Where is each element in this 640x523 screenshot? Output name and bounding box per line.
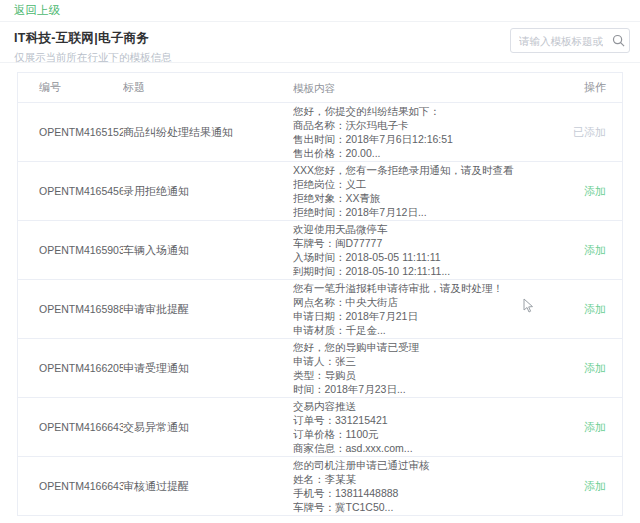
content-line: 申请人：张三 (293, 354, 560, 368)
content-line: 商品名称：沃尔玛电子卡 (293, 118, 560, 132)
template-content: 交易内容推送订单号：331215421订单价格：1100元商家信息：asd.xx… (293, 399, 560, 455)
template-title: 录用拒绝通知 (123, 184, 293, 199)
template-content: 您有一笔升溢报耗申请待审批，请及时处理！网点名称：中央大街店申请日期：2018年… (293, 281, 560, 337)
top-bar: 返回上级 (0, 0, 640, 22)
added-label: 已添加 (573, 126, 606, 138)
header-content: 模板内容 (293, 81, 560, 95)
content-line: 拒绝时间：2018年7月12日... (293, 205, 560, 219)
content-line: 拒绝岗位：义工 (293, 177, 560, 191)
content-line: 手机号：13811448888 (293, 486, 560, 500)
content-line: 类型：导购员 (293, 368, 560, 382)
content-line: 车牌号：冀TC1C50... (293, 500, 560, 514)
content-line: 拒绝对象：XX青旅 (293, 191, 560, 205)
template-content: 欢迎使用天晶微停车车牌号：闽D77777入场时间：2018-05-05 11:1… (293, 222, 560, 278)
table-row: OPENTM416620550 申请受理通知 您好，您的导购申请已受理申请人：张… (18, 339, 622, 398)
table-row: OPENTM416664300 交易异常通知 交易内容推送订单号：3312154… (18, 398, 622, 457)
template-id: OPENTM416590300 (18, 244, 123, 256)
templates-table: 编号 标题 模板内容 操作 OPENTM416515250 商品纠纷处理结果通知… (17, 72, 623, 516)
content-line: 交易内容推送 (293, 399, 560, 413)
action-cell: 添加 (560, 302, 622, 317)
content-line: 售出价格：20.00... (293, 146, 560, 160)
template-content: XXX您好，您有一条拒绝录用通知，请及时查看拒绝岗位：义工拒绝对象：XX青旅拒绝… (293, 163, 560, 219)
template-id: OPENTM416620550 (18, 362, 123, 374)
template-content: 您好，你提交的纠纷结果如下：商品名称：沃尔玛电子卡售出时间：2018年7月6日1… (293, 104, 560, 160)
template-title: 车辆入场通知 (123, 243, 293, 258)
search-box (510, 28, 630, 53)
template-title: 审核通过提醒 (123, 479, 293, 494)
template-id: OPENTM416545600 (18, 185, 123, 197)
template-title: 申请审批提醒 (123, 302, 293, 317)
content-line: 商家信息：asd.xxx.com... (293, 441, 560, 455)
action-cell: 添加 (560, 479, 622, 494)
search-input[interactable] (511, 35, 607, 47)
content-line: 您的司机注册申请已通过审核 (293, 458, 560, 472)
template-content: 您的司机注册申请已通过审核姓名：李某某手机号：13811448888车牌号：冀T… (293, 458, 560, 514)
search-icon[interactable] (607, 29, 629, 52)
action-cell: 添加 (560, 243, 622, 258)
content-line: 网点名称：中央大街店 (293, 295, 560, 309)
content-line: 订单价格：1100元 (293, 427, 560, 441)
content-line: 申请材质：千足金... (293, 323, 560, 337)
content-line: 车牌号：闽D77777 (293, 236, 560, 250)
template-id: OPENTM416515250 (18, 126, 123, 138)
content-line: 入场时间：2018-05-05 11:11:11 (293, 250, 560, 264)
header-title: 标题 (123, 80, 293, 95)
content-line: 时间：2018年7月23日... (293, 382, 560, 396)
template-content: 您好，您的导购申请已受理申请人：张三类型：导购员时间：2018年7月23日... (293, 340, 560, 396)
page-header: IT科技-互联网|电子商务 仅展示当前所在行业下的模板信息 (0, 22, 640, 63)
content-line: XXX您好，您有一条拒绝录用通知，请及时查看 (293, 163, 560, 177)
template-id: OPENTM416664350 (18, 480, 123, 492)
template-title: 申请受理通知 (123, 361, 293, 376)
action-cell: 添加 (560, 184, 622, 199)
table-header-row: 编号 标题 模板内容 操作 (18, 73, 622, 103)
action-cell: 添加 (560, 420, 622, 435)
template-id: OPENTM416664300 (18, 421, 123, 433)
content-line: 到期时间：2018-05-10 12:11:11... (293, 264, 560, 278)
add-template-link[interactable]: 添加 (584, 185, 606, 197)
table-row: OPENTM416598800 申请审批提醒 您有一笔升溢报耗申请待审批，请及时… (18, 280, 622, 339)
add-template-link[interactable]: 添加 (584, 303, 606, 315)
action-cell: 已添加 (560, 125, 622, 140)
table-body: OPENTM416515250 商品纠纷处理结果通知 您好，你提交的纠纷结果如下… (18, 103, 622, 516)
action-cell: 添加 (560, 361, 622, 376)
table-row: OPENTM416545600 录用拒绝通知 XXX您好，您有一条拒绝录用通知，… (18, 162, 622, 221)
header-id: 编号 (18, 80, 123, 95)
table-row: OPENTM416664350 审核通过提醒 您的司机注册申请已通过审核姓名：李… (18, 457, 622, 516)
add-template-link[interactable]: 添加 (584, 480, 606, 492)
content-line: 申请日期：2018年7月21日 (293, 309, 560, 323)
back-to-parent-link[interactable]: 返回上级 (14, 3, 60, 18)
table-row: OPENTM416515250 商品纠纷处理结果通知 您好，你提交的纠纷结果如下… (18, 103, 622, 162)
template-title: 交易异常通知 (123, 420, 293, 435)
content-line: 您好，您的导购申请已受理 (293, 340, 560, 354)
content-line: 姓名：李某某 (293, 472, 560, 486)
add-template-link[interactable]: 添加 (584, 421, 606, 433)
content-line: 订单号：331215421 (293, 413, 560, 427)
add-template-link[interactable]: 添加 (584, 244, 606, 256)
template-id: OPENTM416598800 (18, 303, 123, 315)
header-action: 操作 (560, 80, 622, 95)
content-line: 您有一笔升溢报耗申请待审批，请及时处理！ (293, 281, 560, 295)
template-title: 商品纠纷处理结果通知 (123, 125, 293, 140)
add-template-link[interactable]: 添加 (584, 362, 606, 374)
page-subtitle: 仅展示当前所在行业下的模板信息 (14, 51, 626, 65)
content-line: 您好，你提交的纠纷结果如下： (293, 104, 560, 118)
content-line: 欢迎使用天晶微停车 (293, 222, 560, 236)
table-row: OPENTM416590300 车辆入场通知 欢迎使用天晶微停车车牌号：闽D77… (18, 221, 622, 280)
content-line: 售出时间：2018年7月6日12:16:51 (293, 132, 560, 146)
